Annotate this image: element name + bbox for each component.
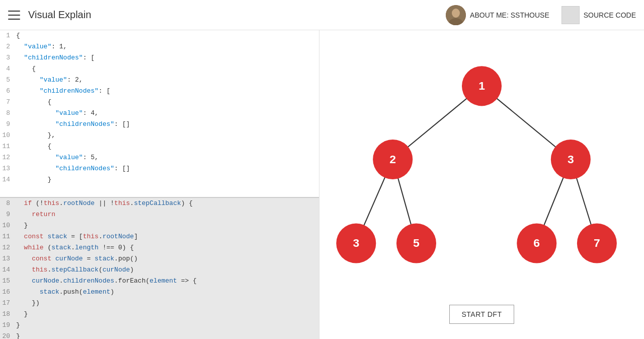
line-content: } — [16, 309, 319, 320]
line-content: stack.push(element) — [16, 287, 319, 298]
source-code-link[interactable]: SOURCE CODE — [561, 6, 636, 24]
line-number: 20 — [0, 331, 16, 339]
code-line: 13 const curNode = stack.pop() — [0, 253, 319, 264]
code-line: 3 "childrenNodes": [ — [0, 52, 319, 63]
line-number: 11 — [0, 231, 16, 242]
line-content: } — [16, 331, 319, 339]
line-content: "value": 5, — [16, 152, 319, 163]
code-line: 19} — [0, 320, 319, 331]
line-number: 8 — [0, 198, 16, 209]
code-line: 1{ — [0, 30, 319, 41]
code-line: 10 } — [0, 220, 319, 231]
code-line: 16 stack.push(element) — [0, 287, 319, 298]
code-line: 2 "value": 1, — [0, 41, 319, 52]
line-content: { — [16, 97, 319, 108]
code-line: 14 this.stepCallback(curNode) — [0, 264, 319, 276]
code-line: 17 }) — [0, 298, 319, 309]
line-number: 2 — [0, 41, 16, 52]
line-number: 3 — [0, 52, 16, 63]
code-line: 6 "childrenNodes": [ — [0, 86, 319, 97]
line-number: 10 — [0, 220, 16, 231]
line-number: 9 — [0, 119, 16, 130]
node-label: 5 — [413, 236, 420, 249]
line-number: 18 — [0, 309, 16, 320]
code-line: 11 const stack = [this.rootNode] — [0, 231, 319, 242]
algorithm-code-section: 8 if (!this.rootNode || !this.stepCallba… — [0, 198, 319, 339]
line-content: "childrenNodes": [] — [16, 119, 319, 130]
line-content: { — [16, 141, 319, 152]
line-content: }, — [16, 130, 319, 141]
tree-node: 6 — [517, 223, 556, 263]
code-line: 15 curNode.childrenNodes.forEach(element… — [0, 276, 319, 287]
line-number: 10 — [0, 130, 16, 141]
code-line: 4 { — [0, 63, 319, 75]
line-number: 1 — [0, 30, 16, 41]
line-number: 9 — [0, 209, 16, 220]
line-content: this.stepCallback(curNode) — [16, 264, 319, 276]
source-thumb — [561, 6, 580, 24]
line-number: 7 — [0, 97, 16, 108]
line-number: 14 — [0, 174, 16, 185]
line-content: }) — [16, 298, 319, 309]
svg-rect-3 — [451, 19, 461, 25]
code-line: 9 return — [0, 209, 319, 220]
menu-icon[interactable] — [8, 11, 20, 20]
node-label: 3 — [353, 236, 359, 249]
line-content: } — [16, 220, 319, 231]
node-label: 1 — [478, 79, 485, 92]
source-label: SOURCE CODE — [584, 11, 636, 19]
line-content: if (!this.rootNode || !this.stepCallback… — [16, 198, 319, 209]
app-title: Visual Explain — [28, 9, 446, 21]
node-label: 3 — [568, 153, 574, 166]
start-dft-button[interactable]: START DFT — [449, 305, 515, 324]
node-label: 2 — [389, 153, 396, 166]
line-number: 12 — [0, 242, 16, 253]
tree-visualization: 1233567 — [319, 40, 644, 305]
tree-node: 1 — [462, 66, 502, 106]
line-content: "childrenNodes": [ — [16, 86, 319, 97]
line-content: "value": 4, — [16, 108, 319, 119]
code-line: 8 if (!this.rootNode || !this.stepCallba… — [0, 198, 319, 209]
line-content: { — [16, 30, 319, 41]
line-content: "value": 1, — [16, 41, 319, 52]
code-line: 9 "childrenNodes": [] — [0, 119, 319, 130]
line-number: 4 — [0, 63, 16, 75]
left-panel: 1{2 "value": 1,3 "childrenNodes": [4 {5 … — [0, 30, 319, 339]
line-number: 12 — [0, 152, 16, 163]
line-number: 15 — [0, 276, 16, 287]
code-line: 18 } — [0, 309, 319, 320]
line-content: return — [16, 209, 319, 220]
line-number: 13 — [0, 253, 16, 264]
line-content: const stack = [this.rootNode] — [16, 231, 319, 242]
line-number: 5 — [0, 75, 16, 86]
code-line: 13 "childrenNodes": [] — [0, 163, 319, 174]
about-label: ABOUT ME: SSTHOUSE — [470, 11, 549, 19]
json-code-section: 1{2 "value": 1,3 "childrenNodes": [4 {5 … — [0, 30, 319, 198]
code-line: 8 "value": 4, — [0, 108, 319, 119]
line-content: } — [16, 174, 319, 185]
line-number: 6 — [0, 86, 16, 97]
tree-node: 2 — [373, 140, 413, 179]
line-content: curNode.childrenNodes.forEach(element =>… — [16, 276, 319, 287]
about-link[interactable]: ABOUT ME: SSTHOUSE — [446, 5, 549, 25]
code-line: 12 while (stack.length !== 0) { — [0, 242, 319, 253]
header: Visual Explain ABOUT ME: SSTHOUSE SOURCE… — [0, 0, 644, 30]
code-line: 12 "value": 5, — [0, 152, 319, 163]
main-content: 1{2 "value": 1,3 "childrenNodes": [4 {5 … — [0, 30, 644, 339]
node-label: 6 — [533, 236, 540, 249]
code-line: 7 { — [0, 97, 319, 108]
line-number: 17 — [0, 298, 16, 309]
line-number: 14 — [0, 264, 16, 276]
line-content: "childrenNodes": [] — [16, 163, 319, 174]
line-number: 11 — [0, 141, 16, 152]
code-line: 14 } — [0, 174, 319, 185]
tree-svg: 1233567 — [319, 40, 644, 305]
tree-node: 5 — [396, 223, 436, 263]
line-number: 16 — [0, 287, 16, 298]
code-line: 11 { — [0, 141, 319, 152]
line-content: const curNode = stack.pop() — [16, 253, 319, 264]
node-label: 7 — [594, 236, 600, 249]
code-line: 5 "value": 2, — [0, 75, 319, 86]
tree-node: 3 — [336, 223, 376, 263]
line-content: while (stack.length !== 0) { — [16, 242, 319, 253]
